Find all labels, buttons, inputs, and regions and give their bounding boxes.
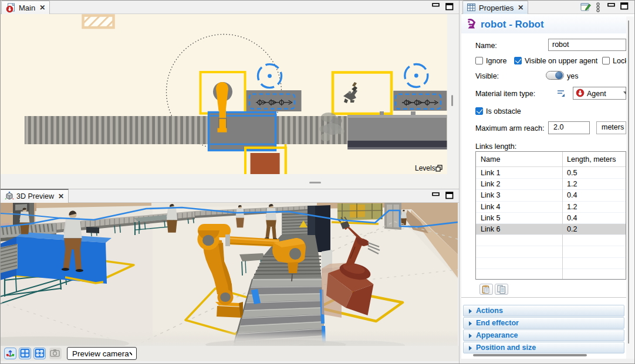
- svg-text:Levels: Levels: [415, 164, 435, 172]
